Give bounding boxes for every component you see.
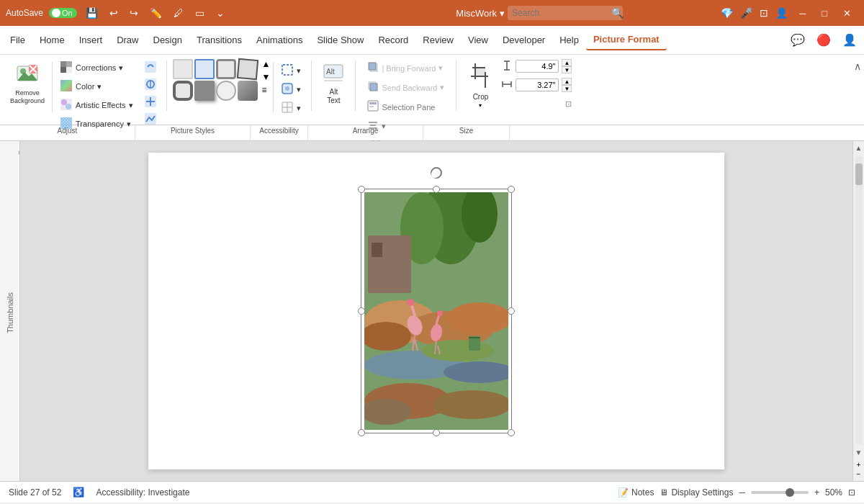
- selection-pane-button[interactable]: Selection Pane: [361, 98, 450, 116]
- copilot-icon[interactable]: 💎: [718, 6, 736, 20]
- corrections-button[interactable]: Corrections ▾: [55, 59, 137, 76]
- user-icon[interactable]: 👤: [838, 30, 861, 50]
- adjust-group: RemoveBackground Corrections ▾: [0, 58, 166, 125]
- search-input[interactable]: [508, 6, 623, 20]
- selection-pane-icon: [367, 100, 379, 114]
- zoom-slider[interactable]: [751, 491, 809, 494]
- picture-styles-group: ▲ ▼ ≡ ▾: [167, 58, 312, 125]
- close-button[interactable]: ✕: [836, 5, 858, 22]
- zoom-out-button[interactable]: ─: [739, 487, 745, 498]
- collapse-ribbon-icon[interactable]: ∧: [854, 60, 861, 72]
- height-down[interactable]: ▼: [562, 66, 572, 73]
- vertical-scrollbar[interactable]: ▲ ▼ + −: [852, 141, 864, 481]
- menu-developer[interactable]: Developer: [495, 30, 552, 50]
- slide-area: [20, 141, 852, 481]
- present-icon[interactable]: ▭: [192, 6, 207, 20]
- notes-button[interactable]: 📝 Notes: [618, 487, 654, 498]
- artistic-effects-button[interactable]: Artistic Effects ▾: [55, 96, 137, 114]
- undo-icon[interactable]: ↩: [107, 6, 121, 20]
- height-spinner[interactable]: ▲ ▼: [562, 59, 572, 73]
- qs-more-icon[interactable]: ≡: [262, 85, 271, 95]
- adjust-label: Adjust: [0, 125, 135, 140]
- zoom-out-scroll[interactable]: −: [857, 470, 861, 478]
- handle-top-right[interactable]: [508, 186, 515, 193]
- present-mode-icon[interactable]: ⊡: [757, 6, 771, 20]
- menu-insert[interactable]: Insert: [72, 30, 110, 50]
- alt-text-button[interactable]: Alt AltText: [318, 59, 349, 108]
- handle-bottom-center[interactable]: [433, 429, 440, 436]
- qs-thumb-2[interactable]: [194, 59, 215, 79]
- search-icon[interactable]: 🔍: [611, 7, 624, 19]
- menu-design[interactable]: Design: [146, 30, 189, 50]
- rotate-handle[interactable]: [428, 165, 445, 181]
- menu-slideshow[interactable]: Slide Show: [310, 30, 371, 50]
- handle-bottom-right[interactable]: [508, 429, 515, 436]
- share-icon[interactable]: 👤: [773, 6, 791, 20]
- zoom-in-scroll[interactable]: +: [857, 461, 861, 469]
- qs-thumb-6[interactable]: [194, 81, 215, 101]
- width-spinner[interactable]: ▲ ▼: [562, 78, 572, 92]
- menu-record[interactable]: Record: [371, 30, 415, 50]
- display-settings-button[interactable]: 🖥 Display Settings: [660, 487, 733, 498]
- size-expand-icon[interactable]: ⊡: [565, 99, 572, 109]
- svg-rect-55: [475, 68, 485, 76]
- scroll-down-arrow[interactable]: ▼: [852, 446, 864, 459]
- alt-text-icon: Alt: [323, 62, 344, 86]
- picture-layout-button[interactable]: ▾: [276, 99, 305, 117]
- width-input[interactable]: 3.27": [516, 78, 559, 91]
- autosave-toggle[interactable]: On: [49, 8, 77, 18]
- handle-bottom-left[interactable]: [358, 429, 365, 436]
- color-button[interactable]: Color ▾: [55, 78, 137, 95]
- handle-middle-right[interactable]: [508, 307, 515, 315]
- minimize-button[interactable]: ─: [792, 5, 813, 22]
- filename-dropdown[interactable]: ▾: [500, 8, 505, 19]
- more-icon[interactable]: ⌄: [213, 6, 228, 20]
- customize-icon[interactable]: ✏️: [147, 6, 165, 20]
- microphone-icon[interactable]: 🎤: [737, 6, 755, 20]
- redo-icon[interactable]: ↪: [127, 6, 141, 20]
- qs-down-icon[interactable]: ▼: [262, 72, 271, 82]
- selected-image-container[interactable]: [364, 192, 508, 430]
- crop-button[interactable]: Crop ▾: [462, 59, 498, 112]
- comment-icon[interactable]: 💬: [786, 30, 809, 50]
- picture-layout-icon: [281, 101, 294, 115]
- maximize-button[interactable]: □: [814, 5, 834, 22]
- width-down[interactable]: ▼: [562, 85, 572, 92]
- menu-transitions[interactable]: Transitions: [189, 30, 249, 50]
- menu-view[interactable]: View: [461, 30, 495, 50]
- remove-background-button[interactable]: RemoveBackground: [6, 59, 49, 108]
- svg-point-13: [61, 99, 67, 105]
- qs-thumb-3[interactable]: [216, 59, 236, 79]
- menu-pictureformat[interactable]: Picture Format: [586, 30, 667, 50]
- menu-review[interactable]: Review: [415, 30, 461, 50]
- height-up[interactable]: ▲: [562, 59, 572, 66]
- height-input[interactable]: 4.9": [516, 60, 559, 73]
- qs-thumb-5[interactable]: [173, 81, 193, 101]
- picture-border-button[interactable]: ▾: [276, 62, 305, 79]
- scroll-thumb[interactable]: [855, 163, 863, 185]
- alt-text-label: AltText: [327, 88, 340, 105]
- qs-thumb-7[interactable]: [216, 81, 236, 101]
- qs-thumb-8[interactable]: [238, 81, 258, 101]
- menu-file[interactable]: File: [3, 30, 32, 50]
- collab-icon[interactable]: 🔴: [812, 30, 835, 50]
- scroll-up-arrow[interactable]: ▲: [852, 141, 864, 155]
- menu-help[interactable]: Help: [552, 30, 586, 50]
- bring-forward-button[interactable]: | Bring Forward ▾: [361, 59, 450, 77]
- thumbnail-panel: › Thumbnails: [0, 141, 20, 481]
- save-icon[interactable]: 💾: [83, 6, 101, 20]
- svg-rect-7: [60, 61, 66, 67]
- width-up[interactable]: ▲: [562, 78, 572, 85]
- fit-slide-icon[interactable]: ⊡: [848, 487, 855, 498]
- scroll-track[interactable]: [855, 156, 863, 444]
- picture-effects-button[interactable]: ▾: [276, 81, 305, 98]
- qs-up-icon[interactable]: ▲: [262, 59, 271, 69]
- menu-draw[interactable]: Draw: [109, 30, 145, 50]
- qs-thumb-1[interactable]: [173, 59, 193, 79]
- menu-home[interactable]: Home: [32, 30, 72, 50]
- qs-thumb-4[interactable]: [236, 58, 258, 80]
- menu-animations[interactable]: Animations: [249, 30, 310, 50]
- zoom-in-button[interactable]: +: [814, 487, 819, 498]
- pen-icon[interactable]: 🖊: [171, 6, 186, 20]
- send-backward-button[interactable]: Send Backward ▾: [361, 78, 450, 96]
